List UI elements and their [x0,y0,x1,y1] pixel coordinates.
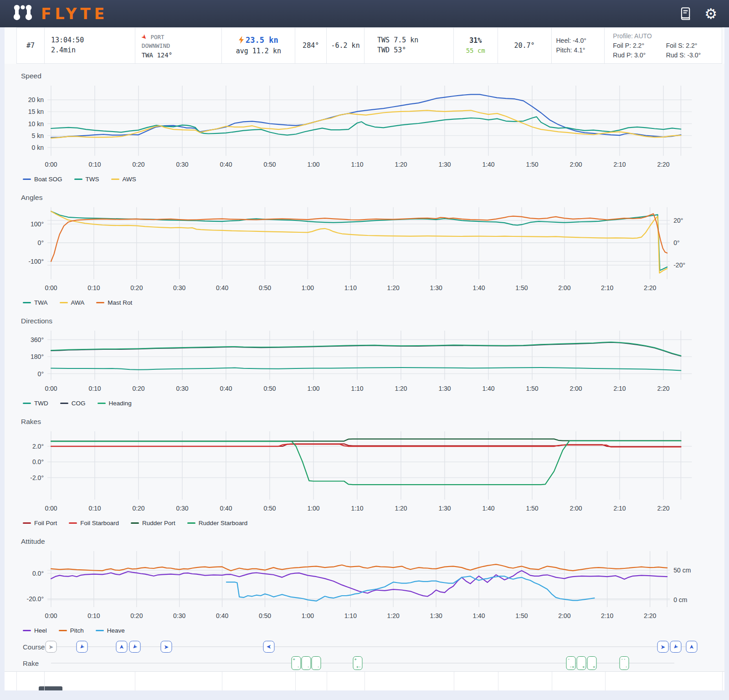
rake-adjust-button[interactable]: + [587,656,597,670]
foil-port-value: Foil P: 2.2° [613,41,664,51]
table-column-border [222,672,222,690]
rake-adjust-button[interactable]: - [302,656,311,670]
legend-swatch-icon [96,302,104,304]
table-column-border [605,672,606,690]
course-arrow-button[interactable]: ➤ [670,641,682,653]
svg-text:1:40: 1:40 [482,385,494,392]
svg-text:1:20: 1:20 [395,505,407,512]
legend-item[interactable]: Heel [23,627,47,634]
legend-item[interactable]: Rudder Starboard [187,520,247,526]
course-cell: 284° [295,28,327,63]
svg-text:0.0°: 0.0° [32,458,44,465]
legend-swatch-icon [23,403,31,404]
course-timeline [51,646,686,647]
svg-text:2.0°: 2.0° [32,443,44,450]
attitude-chart-section: Attitude 0:000:100:200:300:400:501:001:1… [5,531,724,639]
chart-title-directions: Directions [5,311,724,327]
svg-text:1:00: 1:00 [307,505,319,512]
legend-item[interactable]: Rudder Port [131,520,175,526]
svg-text:50 cm: 50 cm [673,567,691,574]
next-session-row[interactable] [5,671,724,690]
svg-text:2:00: 2:00 [570,385,582,392]
svg-text:1:50: 1:50 [526,505,538,512]
svg-text:1:20: 1:20 [387,612,400,619]
table-column-border [552,672,552,690]
table-column-border [498,672,498,690]
foiling-cell: 31% 55 cm [454,28,498,63]
svg-text:0:30: 0:30 [173,612,185,619]
svg-text:1:10: 1:10 [344,284,357,291]
svg-text:0:50: 0:50 [263,505,276,512]
legend-item[interactable]: AWA [60,299,85,306]
svg-text:0°: 0° [38,370,44,378]
svg-text:1:30: 1:30 [430,612,442,619]
legend-item[interactable]: Heading [98,400,132,407]
session-stats-row[interactable]: #7 13:04:50 2.4min ➤PORT DOWNWIND TWA 12… [16,27,722,64]
svg-text:1:50: 1:50 [526,161,538,168]
rake-adjust-button[interactable]: ++- [353,656,363,670]
svg-text:2:20: 2:20 [644,284,656,291]
legend-item[interactable]: Mast Rot [96,299,132,306]
legend-item[interactable]: TWA [23,299,48,306]
course-arrow-button[interactable]: ➤ [116,641,128,653]
svg-text:1:20: 1:20 [395,161,407,168]
svg-text:2:20: 2:20 [644,612,656,619]
svg-text:2:00: 2:00 [558,284,570,291]
svg-text:1:30: 1:30 [438,505,451,512]
logbook-icon[interactable] [679,7,692,20]
course-arrow-button[interactable]: ➤ [161,641,172,653]
rake-adjust-button[interactable]: - [312,656,321,670]
main-card: #7 13:04:50 2.4min ➤PORT DOWNWIND TWA 12… [5,27,724,690]
attitude-cell: Heel: -4.0° Pitch: 4.1° [552,28,605,63]
course-arrow-button[interactable]: ➤ [657,641,669,653]
course-arrow-button[interactable]: ➤ [46,641,57,653]
legend-item[interactable]: Heave [96,627,125,634]
svg-text:2:10: 2:10 [613,505,626,512]
legend-item[interactable]: Boat SOG [23,176,62,183]
row-marker [39,686,62,690]
rakes-chart-legend: Foil PortFoil StarboardRudder PortRudder… [5,515,724,531]
legend-swatch-icon [60,403,68,404]
rake-plus-minus-icon: - [313,665,320,669]
profile-cell: Profile: AUTO Foil P: 2.2° Foil S: 2.2° … [605,28,722,63]
rake-adjust-button[interactable]: --+ [566,656,576,670]
attitude-chart-legend: HeelPitchHeave [5,623,724,639]
legend-swatch-icon [69,522,77,524]
legend-item[interactable]: Foil Starboard [69,520,119,526]
point-of-sail: DOWNWIND [142,42,222,51]
legend-item[interactable]: Foil Port [23,520,57,526]
rake-adjust-button[interactable]: + [577,656,586,670]
rake-adjust-button[interactable]: +- [292,656,301,670]
course-arrow-button[interactable]: ➤ [263,641,275,653]
legend-item[interactable]: COG [60,400,86,407]
svg-text:2:10: 2:10 [613,161,626,168]
svg-text:1:50: 1:50 [515,284,528,291]
rake-plus-minus-icon: + [589,665,596,669]
legend-item[interactable]: AWS [111,176,136,183]
svg-text:2:20: 2:20 [657,385,669,392]
course-arrow-button[interactable]: ➤ [77,641,88,653]
legend-item[interactable]: TWS [74,176,99,183]
svg-text:-20.0°: -20.0° [26,595,44,603]
course-arrow-button[interactable]: ➤ [129,641,141,653]
legend-item[interactable]: Pitch [59,627,84,634]
svg-text:15 kn: 15 kn [28,108,44,115]
table-column-border [16,672,17,690]
legend-item[interactable]: TWD [23,400,48,407]
svg-text:10 kn: 10 kn [28,120,44,128]
direction-arrow-icon: ➤ [78,643,86,651]
svg-text:1:20: 1:20 [387,284,400,291]
foil-starboard-value: Foil S: 2.2° [666,41,717,51]
svg-text:180°: 180° [31,353,44,360]
svg-text:20 kn: 20 kn [28,96,44,103]
svg-text:-20°: -20° [673,261,685,269]
course-arrow-button[interactable]: ➤ [686,641,698,653]
svg-text:1:40: 1:40 [482,161,494,168]
settings-gear-icon[interactable]: ⚙ [704,7,717,21]
directions-chart-legend: TWDCOGHeading [5,395,724,411]
svg-text:1:40: 1:40 [472,612,485,619]
table-column-border [135,672,135,690]
svg-text:1:40: 1:40 [482,505,494,512]
rake-adjust-button[interactable]: --- [620,656,629,670]
duration: 2.4min [51,46,135,56]
